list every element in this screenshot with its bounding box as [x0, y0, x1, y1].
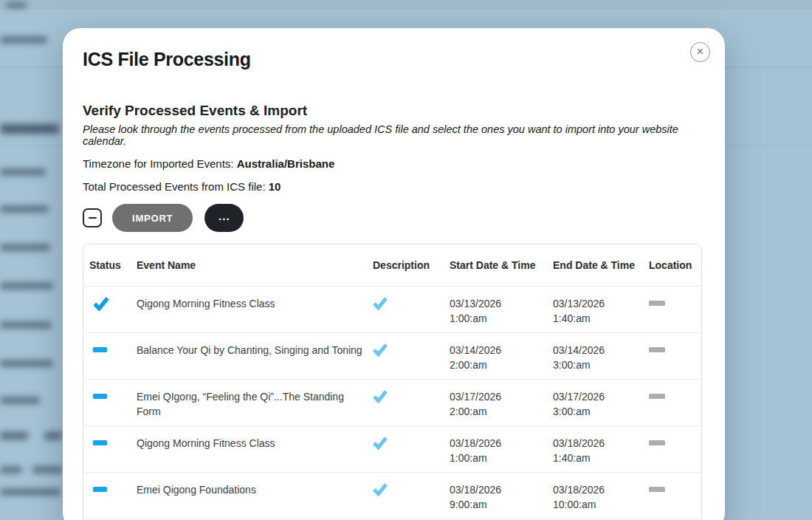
column-header-event-name: Event Name — [137, 244, 373, 286]
backdrop-blur-text — [6, 2, 27, 8]
modal-header: ICS File Processing × — [63, 28, 725, 70]
start-datetime: 03/14/20262:00:am — [450, 332, 553, 379]
timezone-label: Timezone for Imported Events: — [83, 157, 234, 170]
indeterminate-dash-icon — [89, 217, 97, 219]
row-status-checkbox[interactable] — [93, 436, 107, 445]
backdrop-blur-text — [0, 244, 50, 251]
end-datetime: 03/18/202610:00:am — [553, 472, 649, 519]
location-empty-dash — [649, 487, 665, 492]
event-name: Emei QIgong, “Feeling the Qi”...The Stan… — [137, 379, 373, 425]
import-button[interactable]: IMPORT — [112, 204, 193, 232]
backdrop-blur-text — [0, 466, 22, 473]
section-subtitle: Verify Processed Events & Import — [83, 103, 702, 119]
backdrop-blur-text — [0, 321, 52, 329]
instructions-text: Please look through the events processed… — [83, 123, 702, 147]
start-datetime: 03/17/20262:00:am — [450, 379, 553, 425]
location-empty-dash — [649, 347, 665, 352]
dash-icon — [93, 394, 107, 399]
total-events-line: Total Processed Events from ICS file: 10 — [83, 180, 702, 193]
event-name: Balance Your Qi by Chanting, Singing and… — [137, 332, 373, 379]
backdrop-blur-text — [0, 124, 59, 134]
location-empty-dash — [649, 394, 665, 399]
events-table-container: Status Event Name Description Start Date… — [83, 244, 702, 520]
check-icon — [373, 343, 388, 357]
modal-body: Verify Processed Events & Import Please … — [63, 103, 725, 520]
backdrop-blur-text — [32, 466, 63, 473]
dash-icon — [93, 440, 107, 445]
column-header-status: Status — [83, 244, 137, 286]
timezone-value: Australia/Brisbane — [237, 157, 335, 170]
backdrop-blur-text — [0, 431, 28, 440]
description-check-icon — [373, 482, 388, 496]
backdrop-blur-text — [44, 431, 63, 440]
column-header-location: Location — [649, 244, 701, 286]
select-all-checkbox[interactable] — [83, 208, 102, 228]
timezone-line: Timezone for Imported Events: Australia/… — [83, 157, 702, 170]
total-events-label: Total Processed Events from ICS file: — [83, 180, 266, 193]
backdrop-blur-text — [0, 282, 53, 290]
table-row: Emei QIgong, “Feeling the Qi”...The Stan… — [83, 379, 701, 425]
table-row: Qigong Morning Fitness Class 03/18/20261… — [83, 425, 701, 472]
column-header-description: Description — [373, 244, 450, 286]
event-name: Emei Qigong Foundations — [137, 472, 373, 519]
toolbar: IMPORT ... — [83, 204, 702, 232]
description-check-icon — [373, 436, 388, 450]
table-row: Emei Qigong Foundations 03/18/20269:00:a… — [83, 472, 701, 519]
backdrop-blur-text — [0, 488, 61, 496]
start-datetime: 03/18/20261:00:am — [450, 425, 553, 472]
check-icon — [373, 436, 388, 450]
backdrop-blur-text — [0, 36, 47, 44]
end-datetime: 03/17/20263:00:am — [553, 379, 649, 425]
row-status-checkbox[interactable] — [93, 482, 107, 492]
location-empty-dash — [649, 301, 665, 306]
check-icon — [373, 482, 388, 496]
check-icon — [93, 296, 109, 311]
close-icon[interactable]: × — [690, 42, 710, 62]
row-status-checkbox[interactable] — [93, 343, 107, 352]
column-header-start: Start Date & Time — [450, 244, 553, 286]
dash-icon — [93, 347, 107, 352]
backdrop-blur-text — [0, 360, 53, 367]
start-datetime: 03/13/20261:00:am — [450, 286, 553, 332]
end-datetime: 03/13/20261:40:am — [553, 286, 649, 332]
check-icon — [373, 296, 388, 310]
backdrop-blur-text — [0, 397, 40, 404]
ellipsis-icon: ... — [219, 210, 230, 222]
table-header-row: Status Event Name Description Start Date… — [83, 244, 701, 286]
backdrop-blur-text — [0, 205, 49, 213]
description-check-icon — [373, 296, 388, 310]
description-check-icon — [373, 343, 388, 357]
table-row: Qigong Morning Fitness Class 03/13/20261… — [83, 286, 701, 332]
event-name: Qigong Morning Fitness Class — [137, 425, 373, 472]
column-header-end: End Date & Time — [553, 244, 649, 286]
end-datetime: 03/14/20263:00:am — [553, 332, 649, 379]
check-icon — [373, 389, 388, 403]
backdrop-blur-text — [0, 168, 46, 176]
row-status-checkbox[interactable] — [93, 389, 107, 399]
backdrop-band — [0, 0, 812, 10]
table-row: Balance Your Qi by Chanting, Singing and… — [83, 332, 701, 379]
event-name: Qigong Morning Fitness Class — [137, 286, 373, 332]
end-datetime: 03/18/20261:40:am — [553, 425, 649, 472]
events-table: Status Event Name Description Start Date… — [83, 244, 701, 520]
row-status-checkbox[interactable] — [93, 296, 109, 311]
more-options-button[interactable]: ... — [204, 204, 244, 232]
location-empty-dash — [649, 440, 665, 445]
modal-title: ICS File Processing — [83, 49, 251, 70]
start-datetime: 03/18/20269:00:am — [450, 472, 553, 519]
description-check-icon — [373, 389, 388, 403]
dash-icon — [93, 487, 107, 492]
total-events-value: 10 — [269, 180, 281, 193]
ics-processing-modal: ICS File Processing × Verify Processed E… — [63, 28, 725, 520]
